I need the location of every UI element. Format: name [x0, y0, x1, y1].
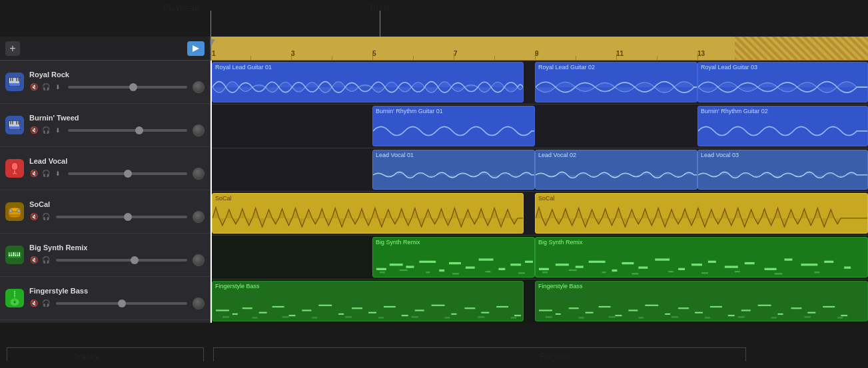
- add-track-button[interactable]: +: [5, 41, 20, 56]
- region-label-socal-02: SoCal: [536, 194, 867, 204]
- headphone-icon-4[interactable]: 🎧: [41, 212, 51, 222]
- pan-knob-socal[interactable]: [193, 211, 205, 223]
- svg-rect-4: [13, 78, 15, 83]
- svg-rect-104: [432, 305, 445, 306]
- keyboard-icon: [9, 77, 21, 87]
- svg-rect-60: [452, 274, 459, 275]
- mute-icon-6[interactable]: 🔇: [29, 299, 39, 308]
- svg-rect-85: [668, 271, 673, 272]
- track-controls-fingerstyle-bass: 🔇 🎧: [29, 297, 205, 309]
- download-icon[interactable]: ⬇: [53, 83, 63, 92]
- region-label-royal-lead-02: Royal Lead Guitar 02: [536, 63, 697, 73]
- headphone-icon-3[interactable]: 🎧: [41, 169, 51, 178]
- headphone-icon[interactable]: 🎧: [41, 83, 51, 92]
- svg-rect-129: [678, 307, 689, 309]
- region-lead-vocal-03[interactable]: Lead Vocal 03: [697, 150, 868, 190]
- headphone-icon-2[interactable]: 🎧: [41, 126, 51, 135]
- ruler-label-line: [380, 11, 380, 38]
- region-big-synth-01[interactable]: Big Synth Remix: [372, 237, 535, 277]
- mute-icon-4[interactable]: 🔇: [29, 212, 39, 222]
- svg-rect-66: [589, 261, 606, 263]
- svg-rect-76: [765, 268, 777, 270]
- track-row-fingerstyle-bass: Fingerstyle Bass 🔇 🎧: [0, 277, 210, 320]
- download-icon-2[interactable]: ⬇: [53, 126, 63, 135]
- volume-slider-fingerstyle-bass[interactable]: [56, 302, 187, 305]
- region-fingerstyle-02[interactable]: Fingerstyle Bass: [535, 281, 868, 321]
- waveform-socal-02: [536, 204, 867, 233]
- svg-rect-18: [13, 121, 14, 124]
- region-row-fingerstyle-bass[interactable]: Fingerstyle Bass: [211, 279, 868, 323]
- mute-icon-2[interactable]: 🔇: [29, 126, 39, 135]
- region-burnin-02[interactable]: Burnin' Rhythm Guitar 02: [697, 106, 868, 146]
- svg-rect-108: [496, 306, 508, 307]
- svg-rect-23: [13, 173, 17, 174]
- svg-rect-143: [638, 317, 644, 318]
- svg-rect-96: [302, 310, 311, 311]
- svg-rect-9: [17, 78, 18, 81]
- svg-rect-93: [259, 312, 267, 313]
- pan-knob-fingerstyle-bass[interactable]: [193, 297, 205, 309]
- region-row-lead-vocal[interactable]: Lead Vocal 01 Lead Vocal 02: [211, 148, 868, 192]
- track-row-socal: SoCal 🔇 🎧: [0, 190, 210, 234]
- region-socal-01[interactable]: SoCal: [212, 193, 524, 234]
- region-royal-lead-03[interactable]: Royal Lead Guitar 03: [697, 62, 868, 102]
- track-icon-lead-vocal: [5, 159, 24, 178]
- track-icon-burnin-tweed: [5, 116, 24, 134]
- volume-slider-lead-vocal[interactable]: [68, 172, 187, 175]
- region-lead-vocal-02[interactable]: Lead Vocal 02: [535, 150, 697, 190]
- svg-rect-83: [602, 272, 606, 273]
- region-socal-02[interactable]: SoCal: [535, 193, 868, 234]
- volume-slider-royal-rock[interactable]: [68, 86, 187, 89]
- region-big-synth-02[interactable]: Big Synth Remix: [535, 237, 868, 277]
- headphone-icon-5[interactable]: 🎧: [41, 256, 51, 265]
- mute-icon[interactable]: 🔇: [29, 83, 39, 92]
- svg-rect-48: [406, 266, 414, 268]
- ruler[interactable]: 1 3 5 7 9 11 13 15: [211, 37, 868, 61]
- region-royal-lead-01[interactable]: Royal Lead Guitar 01: [212, 62, 524, 102]
- synth-icon: [8, 250, 21, 260]
- svg-rect-22: [14, 170, 15, 173]
- svg-rect-109: [514, 315, 521, 316]
- region-royal-lead-02[interactable]: Royal Lead Guitar 02: [535, 62, 697, 102]
- playhead-label-line: [211, 11, 211, 38]
- svg-rect-84: [632, 274, 638, 275]
- svg-rect-112: [282, 316, 289, 317]
- ruler-tick-4: [332, 56, 332, 60]
- pan-knob-big-synth[interactable]: [193, 254, 205, 266]
- region-row-socal[interactable]: SoCal SoCal: [211, 192, 868, 236]
- region-row-royal-rock[interactable]: Royal Lead Guitar 01 Royal Lead Guitar 0…: [211, 61, 868, 104]
- svg-rect-126: [628, 310, 638, 311]
- tracks-bottom-label: Tracks: [73, 351, 99, 361]
- region-row-big-synth[interactable]: Big Synth Remix: [211, 236, 868, 279]
- track-info-lead-vocal: Lead Vocal 🔇 🎧 ⬇: [29, 158, 205, 180]
- regions-area: 1 3 5 7 9 11 13 15: [211, 37, 868, 323]
- volume-slider-big-synth[interactable]: [56, 259, 187, 262]
- svg-rect-88: [775, 274, 783, 275]
- mute-icon-3[interactable]: 🔇: [29, 169, 39, 178]
- svg-rect-102: [402, 315, 408, 316]
- svg-rect-45: [14, 295, 15, 296]
- track-info-fingerstyle-bass: Fingerstyle Bass 🔇 🎧: [29, 287, 205, 309]
- region-row-burnin-tweed[interactable]: Burnin' Rhythm Guitar 01 Burnin' Rhythm …: [211, 104, 868, 148]
- svg-rect-92: [242, 307, 252, 309]
- svg-rect-67: [612, 270, 618, 272]
- region-lead-vocal-01[interactable]: Lead Vocal 01: [372, 150, 535, 190]
- pan-knob-lead-vocal[interactable]: [193, 168, 205, 180]
- region-burnin-01[interactable]: Burnin' Rhythm Guitar 01: [372, 106, 535, 146]
- region-fingerstyle-01[interactable]: Fingerstyle Bass: [212, 281, 524, 321]
- track-info-big-synth: Big Synth Remix 🔇 🎧: [29, 244, 205, 266]
- svg-rect-128: [665, 313, 670, 315]
- ruler-tick-6: [413, 56, 414, 60]
- volume-slider-burnin-tweed[interactable]: [68, 129, 187, 132]
- download-icon-3[interactable]: ⬇: [53, 169, 63, 178]
- ruler-tick-7: [454, 53, 454, 60]
- headphone-icon-6[interactable]: 🎧: [41, 299, 51, 308]
- volume-slider-socal[interactable]: [56, 216, 187, 218]
- pan-knob-royal-rock[interactable]: [193, 81, 205, 93]
- pan-knob-burnin-tweed[interactable]: [193, 124, 205, 136]
- region-label-lead-vocal-03: Lead Vocal 03: [698, 150, 867, 160]
- svg-rect-69: [638, 267, 648, 269]
- mute-icon-5[interactable]: 🔇: [29, 256, 39, 265]
- playhead-button[interactable]: [187, 41, 205, 56]
- svg-rect-81: [542, 272, 548, 273]
